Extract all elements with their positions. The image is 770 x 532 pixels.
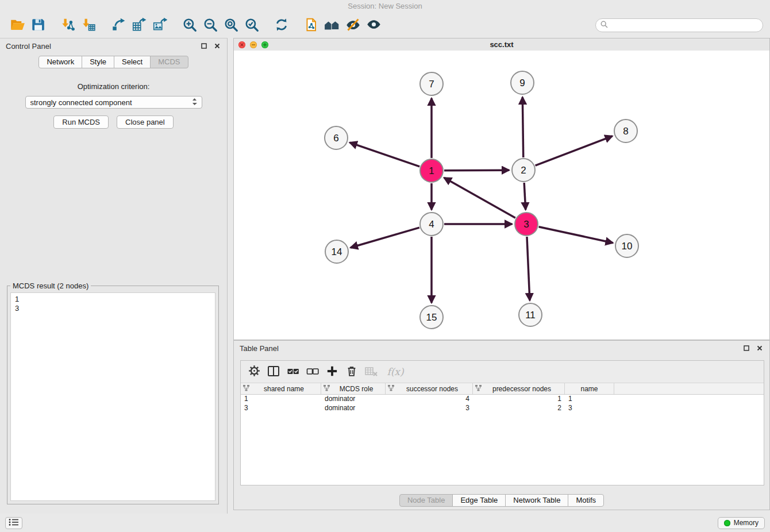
zoom-selected-icon xyxy=(244,17,259,34)
uncheck-all-icon xyxy=(306,365,319,379)
columns-icon xyxy=(267,365,280,379)
delete-table-icon xyxy=(364,365,378,379)
graph-node-label: 3 xyxy=(523,219,529,230)
tab-edge-table[interactable]: Edge Table xyxy=(452,494,506,507)
table-row[interactable]: 1 dominator 4 1 1 xyxy=(241,395,764,404)
optimization-criterion-value: strongly connected component xyxy=(30,98,132,107)
graph-edge-3-11[interactable] xyxy=(527,237,530,300)
export-image-button[interactable] xyxy=(149,15,170,36)
delete-column-button[interactable] xyxy=(343,363,360,380)
titlebar[interactable]: Session: New Session xyxy=(0,0,770,13)
unselect-all-columns-button[interactable] xyxy=(304,363,321,380)
tab-network[interactable]: Network xyxy=(38,56,82,68)
network-graph[interactable]: 1234678910111415 xyxy=(234,51,769,340)
function-builder-button[interactable]: f(x) xyxy=(382,363,409,380)
table-panel-tabs: Node Table Edge Table Network Table Moti… xyxy=(234,494,769,507)
import-network-from-file-button[interactable] xyxy=(57,15,78,36)
column-header-shared-name[interactable]: shared name xyxy=(241,383,321,394)
graph-edge-2-8[interactable] xyxy=(536,136,613,165)
close-panel-button[interactable] xyxy=(213,42,221,50)
network-canvas[interactable]: 1234678910111415 xyxy=(234,51,769,340)
save-session-button[interactable] xyxy=(28,15,48,36)
cell-successor-nodes: 3 xyxy=(386,404,473,413)
network-title: scc.txt xyxy=(234,40,769,49)
optimization-criterion-select[interactable]: strongly connected component xyxy=(25,96,202,109)
cell-mcds-role: dominator xyxy=(321,395,386,404)
tab-motifs[interactable]: Motifs xyxy=(568,494,604,507)
graph-edge-3-10[interactable] xyxy=(538,227,613,243)
column-header-mcds-role[interactable]: MCDS role xyxy=(321,383,386,394)
column-header-predecessor-nodes[interactable]: predecessor nodes xyxy=(473,383,565,394)
mcds-result-textarea[interactable]: 1 3 xyxy=(10,292,215,501)
graph-edge-2-3[interactable] xyxy=(524,183,526,210)
column-header-name[interactable]: name xyxy=(565,383,614,394)
search-input[interactable] xyxy=(611,21,758,30)
graph-edge-1-6[interactable] xyxy=(350,142,420,167)
style-brush-button[interactable] xyxy=(342,15,363,36)
share-network-icon xyxy=(111,17,126,34)
float-table-panel-button[interactable] xyxy=(742,344,750,352)
tab-style[interactable]: Style xyxy=(82,56,114,68)
task-history-button[interactable] xyxy=(5,517,22,529)
graph-node-label: 4 xyxy=(429,219,434,230)
maximize-window-button[interactable] xyxy=(261,41,268,48)
zoom-out-button[interactable] xyxy=(200,15,221,36)
graph-node-label: 10 xyxy=(622,241,633,252)
tab-select[interactable]: Select xyxy=(114,56,151,68)
control-panel-title: Control Panel xyxy=(6,42,51,51)
search-box[interactable] xyxy=(595,18,763,32)
memory-label: Memory xyxy=(734,519,759,527)
zoom-fit-icon xyxy=(224,17,238,34)
network-from-selection-button[interactable] xyxy=(301,15,322,36)
export-table-button[interactable] xyxy=(129,15,149,36)
gear-icon xyxy=(248,365,260,379)
zoom-selected-button[interactable] xyxy=(241,15,262,36)
export-network-button[interactable] xyxy=(108,15,129,36)
table-panel: Table Panel xyxy=(233,340,770,510)
network-window-titlebar[interactable]: scc.txt xyxy=(234,38,769,51)
table-row[interactable]: 3 dominator 3 2 3 xyxy=(241,404,764,413)
graph-edge-4-14[interactable] xyxy=(351,228,419,248)
graph-edge-2-9[interactable] xyxy=(522,97,523,157)
import-table-from-file-button[interactable] xyxy=(78,15,99,36)
table-toolbar: f(x) xyxy=(241,361,764,383)
close-panel-button-2[interactable]: Close panel xyxy=(117,115,174,129)
zoom-out-icon xyxy=(203,17,218,34)
memory-status-icon xyxy=(724,520,730,526)
tab-network-table[interactable]: Network Table xyxy=(505,494,568,507)
table-settings-button[interactable] xyxy=(245,363,263,380)
plus-icon xyxy=(326,365,338,379)
column-type-icon xyxy=(243,385,249,393)
minimize-window-button[interactable] xyxy=(250,41,257,48)
show-details-button[interactable] xyxy=(363,15,384,36)
zoom-in-button[interactable] xyxy=(179,15,200,36)
graph-node-label: 11 xyxy=(525,310,536,321)
tab-mcds[interactable]: MCDS xyxy=(150,56,188,68)
close-table-panel-button[interactable] xyxy=(756,344,764,352)
delete-table-button[interactable] xyxy=(363,363,380,380)
node-table-container: f(x) shared name MCDS role successor nod… xyxy=(240,360,764,485)
select-all-columns-button[interactable] xyxy=(284,363,302,380)
network-view-window: scc.txt 1234678910111415 xyxy=(233,38,770,340)
graph-edge-1-2[interactable] xyxy=(444,170,509,171)
graph-edge-3-1[interactable] xyxy=(444,178,515,218)
run-mcds-button[interactable]: Run MCDS xyxy=(53,115,109,129)
apply-layout-button[interactable] xyxy=(271,15,292,36)
float-panel-button[interactable] xyxy=(200,42,208,50)
table-panel-header: Table Panel xyxy=(234,341,769,356)
memory-button[interactable]: Memory xyxy=(718,517,765,529)
column-header-successor-nodes[interactable]: successor nodes xyxy=(386,383,473,394)
import-table-icon xyxy=(81,17,96,34)
folder-open-icon xyxy=(10,17,25,34)
create-column-button[interactable] xyxy=(324,363,341,380)
zoom-fit-button[interactable] xyxy=(221,15,241,36)
window-controls xyxy=(238,41,268,48)
show-columns-button[interactable] xyxy=(265,363,282,380)
open-session-button[interactable] xyxy=(7,15,28,36)
image-arrow-icon xyxy=(152,17,167,34)
zoom-in-icon xyxy=(182,17,197,34)
check-all-icon xyxy=(287,365,299,379)
first-neighbors-button[interactable] xyxy=(322,15,342,36)
close-window-button[interactable] xyxy=(238,41,245,48)
tab-node-table[interactable]: Node Table xyxy=(399,494,453,507)
